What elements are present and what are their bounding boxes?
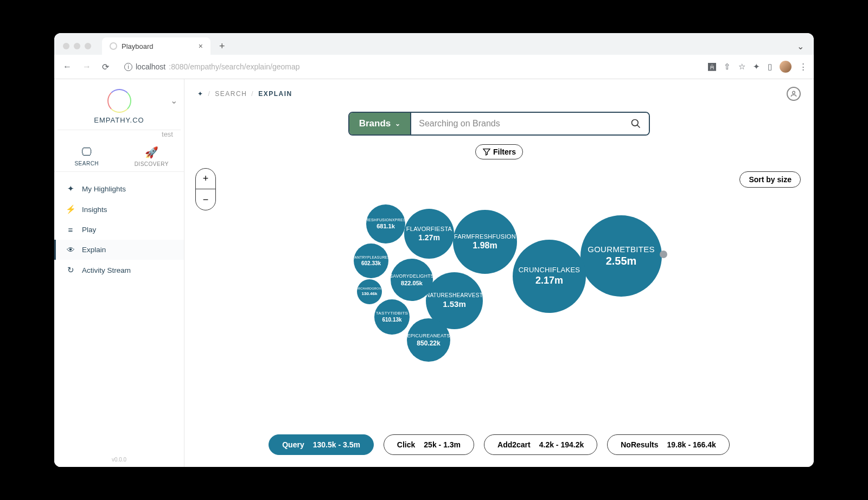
rocket-icon: 🚀 — [119, 146, 184, 159]
bubble-flavorfiesta[interactable]: FLAVORFIESTA 1.27m — [404, 209, 454, 259]
share-icon[interactable]: ⇧ — [724, 62, 731, 72]
app-version: v0.0.0 — [54, 452, 184, 467]
refresh-icon: ↻ — [66, 265, 75, 275]
bubble-name: NATURESHEARVEST — [426, 292, 483, 298]
search-scope-dropdown[interactable]: Brands ⌄ — [349, 113, 412, 134]
zoom-in-button[interactable]: + — [196, 169, 215, 189]
bubble-freshfusionxpress[interactable]: FRESHFUSIONXPRESS 681.1k — [366, 204, 405, 243]
nav-highlights[interactable]: ✦ My Highlights — [54, 178, 184, 199]
nav-label: Play — [82, 226, 96, 234]
bubble-orchardgrove[interactable]: ORCHARDGROVE 130.46k — [357, 279, 382, 304]
metric-selector: Query 130.5k - 3.5m Click 25k - 1.3m Add… — [184, 425, 814, 467]
bubble-name: FRESHFUSIONXPRESS — [363, 218, 409, 222]
address-bar[interactable]: i localhost:8080/empathy/search/explain/… — [118, 59, 701, 74]
tab-strip: Playboard × + ⌄ — [54, 33, 814, 55]
workspace-switcher[interactable]: ⌄ — [170, 95, 177, 106]
breadcrumb-search[interactable]: SEARCH — [215, 90, 247, 98]
profile-avatar[interactable] — [780, 61, 792, 73]
browser-window: Playboard × + ⌄ ← → ⟳ i localhost:8080/e… — [54, 33, 814, 467]
chart-canvas[interactable]: + − Sort by size GOURMETBITES 2.55m CRUN… — [184, 165, 814, 425]
sliders-icon: ≡ — [66, 225, 75, 234]
sparkle-icon: ✦ — [66, 184, 75, 194]
filters-row: Filters — [184, 139, 814, 165]
metric-label: Query — [282, 440, 304, 449]
browser-tab[interactable]: Playboard × — [102, 37, 210, 55]
close-window-button[interactable] — [63, 43, 69, 49]
tabs-overflow-button[interactable]: ⌄ — [794, 38, 807, 55]
kebab-menu-icon[interactable]: ⋮ — [799, 62, 807, 72]
bubble-value: 2.55m — [606, 255, 637, 267]
search-row: Brands ⌄ — [184, 108, 814, 139]
url-path: :8080/empathy/search/explain/geomap — [169, 62, 299, 71]
bubble-farmfreshfusion[interactable]: FARMFRESHFUSION 1.98m — [453, 210, 517, 274]
metric-noresults[interactable]: NoResults 19.8k - 166.4k — [607, 434, 730, 455]
close-tab-button[interactable]: × — [199, 42, 203, 50]
bubble-value: 681.1k — [376, 223, 395, 229]
bubble-crunchiflakes[interactable]: CRUNCHIFLAKES 2.17m — [513, 240, 586, 313]
sidepanel-icon[interactable]: ▯ — [768, 62, 772, 72]
nav-label: My Highlights — [82, 185, 126, 193]
bubble-savorydelights[interactable]: SAVORYDELIGHTS 822.05k — [391, 259, 433, 301]
breadcrumb-separator: / — [251, 90, 254, 98]
bubble-value: 610.13k — [382, 317, 401, 323]
bubble-tastytidbits[interactable]: TASTYTIDBITS 610.13k — [374, 299, 410, 335]
mode-tab-search[interactable]: 🖵 SEARCH — [54, 138, 119, 171]
metric-add2cart[interactable]: Add2cart 4.2k - 194.2k — [484, 434, 597, 455]
metric-click[interactable]: Click 25k - 1.3m — [384, 434, 474, 455]
user-menu-button[interactable] — [787, 87, 801, 101]
page-header: ✦ / SEARCH / EXPLAIN — [184, 79, 814, 108]
metric-query[interactable]: Query 130.5k - 3.5m — [269, 434, 374, 455]
back-button[interactable]: ← — [61, 60, 74, 74]
bubble-name: CRUNCHIFLAKES — [519, 266, 580, 274]
nav-label: Activity Stream — [82, 266, 131, 274]
nav-play[interactable]: ≡ Play — [54, 220, 184, 240]
bubble-value: 850.22k — [417, 339, 440, 347]
site-info-icon[interactable]: i — [124, 63, 132, 71]
bolt-icon: ⚡ — [66, 204, 75, 214]
bookmark-icon[interactable]: ☆ — [738, 62, 745, 72]
user-icon — [790, 90, 797, 98]
zoom-out-button[interactable]: − — [196, 189, 215, 210]
svg-point-1 — [632, 120, 639, 126]
breadcrumb-explain: EXPLAIN — [258, 90, 292, 98]
bubble-pantrypleasures[interactable]: PANTRYPLEASURES 602.33k — [354, 243, 388, 278]
reload-button[interactable]: ⟳ — [100, 60, 111, 74]
filters-button[interactable]: Filters — [475, 144, 523, 159]
search-button[interactable] — [623, 113, 649, 134]
metric-label: Click — [397, 440, 415, 449]
mode-tab-discovery[interactable]: 🚀 DISCOVERY — [119, 138, 184, 171]
bubble-value: 822.05k — [401, 280, 423, 286]
new-tab-button[interactable]: + — [215, 41, 229, 52]
forward-button[interactable]: → — [80, 60, 93, 74]
nav-list: ✦ My Highlights ⚡ Insights ≡ Play 👁 Expl… — [54, 172, 184, 287]
maximize-window-button[interactable] — [85, 43, 91, 49]
nav-label: Insights — [82, 206, 107, 214]
bubble-gourmetbites[interactable]: GOURMETBITES 2.55m — [580, 215, 662, 297]
metric-range: 25k - 1.3m — [424, 440, 461, 449]
sort-button[interactable]: Sort by size — [739, 171, 801, 188]
bubble-value: 602.33k — [361, 260, 381, 266]
bubble-name: FARMFRESHFUSION — [454, 233, 516, 240]
toolbar-actions: 🅰 ⇧ ☆ ✦ ▯ ⋮ — [708, 61, 807, 73]
minimize-window-button[interactable] — [74, 43, 80, 49]
extensions-icon[interactable]: ✦ — [753, 62, 760, 72]
bubble-small[interactable] — [660, 251, 667, 258]
breadcrumb-separator: / — [208, 90, 211, 98]
browser-toolbar: ← → ⟳ i localhost:8080/empathy/search/ex… — [54, 55, 814, 79]
search-icon — [630, 118, 641, 129]
nav-activity[interactable]: ↻ Activity Stream — [54, 260, 184, 280]
metric-label: Add2cart — [497, 440, 531, 449]
translate-icon[interactable]: 🅰 — [708, 62, 716, 72]
mode-tab-label: DISCOVERY — [135, 161, 169, 167]
nav-explain[interactable]: 👁 Explain — [54, 240, 184, 260]
bubble-epicureaneats[interactable]: EPICUREANEATS 850.22k — [407, 318, 450, 362]
bubble-value: 130.46k — [362, 291, 378, 296]
tab-title: Playboard — [122, 42, 154, 50]
search-input[interactable] — [411, 113, 623, 134]
tab-favicon — [110, 42, 117, 50]
brand-name: EMPATHY.CO — [94, 116, 144, 124]
funnel-icon — [482, 148, 491, 156]
environment-label: test — [58, 130, 181, 138]
sidebar: EMPATHY.CO ⌄ test 🖵 SEARCH 🚀 DISCOVERY ✦… — [54, 79, 184, 467]
nav-insights[interactable]: ⚡ Insights — [54, 199, 184, 220]
